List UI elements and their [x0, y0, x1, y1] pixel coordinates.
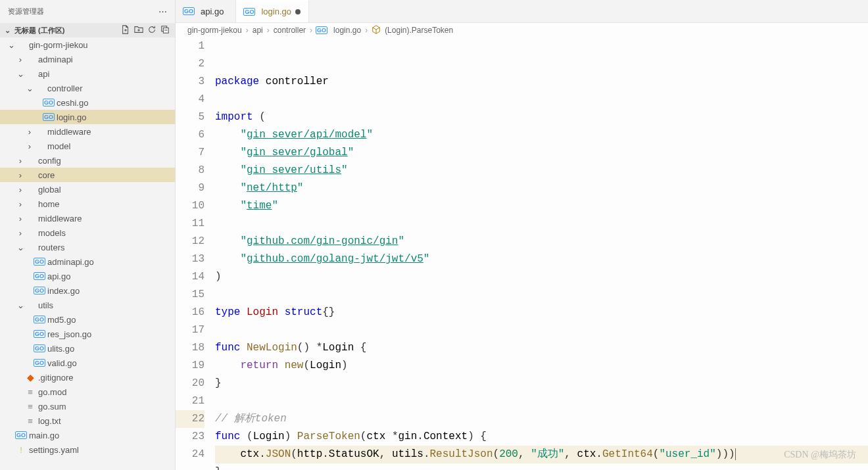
collapse-all-icon[interactable]: [160, 25, 170, 36]
new-folder-icon[interactable]: [134, 25, 143, 36]
line-gutter: 123456789101112131415161718192021222324: [176, 37, 215, 470]
code-content[interactable]: package controllerimport ( "gin_sever/ap…: [215, 37, 868, 470]
code-line[interactable]: "gin_sever/global": [215, 144, 868, 162]
file-item[interactable]: GOadminapi.go: [0, 254, 175, 269]
code-line[interactable]: "github.com/golang-jwt/jwt/v5": [215, 250, 868, 268]
code-line[interactable]: }: [215, 463, 868, 470]
code-line[interactable]: package controller: [215, 73, 868, 91]
chevron-down-icon[interactable]: ⌄: [16, 69, 25, 79]
code-area[interactable]: 123456789101112131415161718192021222324 …: [176, 37, 868, 470]
code-line[interactable]: [215, 215, 868, 233]
code-token: ": [398, 235, 404, 247]
file-item[interactable]: GOvalid.go: [0, 356, 175, 370]
folder-item[interactable]: ›global: [0, 182, 175, 197]
chevron-right-icon[interactable]: ›: [16, 214, 25, 223]
file-item[interactable]: GOlogin.go: [0, 110, 175, 124]
code-line[interactable]: ctx.JSON(http.StatusOK, utils.ResultJson…: [215, 446, 868, 463]
code-token: }: [215, 466, 222, 470]
workspace-header[interactable]: ⌄ 无标题 (工作区): [0, 23, 175, 37]
folder-item[interactable]: ⌄controller: [0, 81, 175, 95]
file-item[interactable]: ≡go.sum: [0, 399, 175, 413]
folder-item[interactable]: ›core: [0, 168, 175, 182]
file-item[interactable]: GOulits.go: [0, 341, 175, 356]
breadcrumb-segment[interactable]: controller: [274, 26, 306, 35]
code-line[interactable]: [215, 392, 868, 410]
chevron-right-icon[interactable]: ›: [16, 170, 25, 180]
breadcrumb-segment[interactable]: gin-gorm-jiekou: [187, 26, 242, 35]
code-token: ctx: [366, 431, 385, 442]
folder-item[interactable]: ›adminapi: [0, 52, 175, 66]
code-token: Login: [247, 306, 278, 318]
tree-item-label: ulits.go: [47, 344, 74, 354]
editor-tab[interactable]: GOapi.go: [176, 0, 236, 22]
code-line[interactable]: "gin_sever/api/model": [215, 126, 868, 144]
code-line[interactable]: }: [215, 375, 868, 392]
chevron-down-icon[interactable]: ⌄: [7, 40, 16, 50]
code-line[interactable]: return new(Login): [215, 357, 868, 375]
folder-item[interactable]: ›home: [0, 197, 175, 211]
chevron-right-icon[interactable]: ›: [16, 185, 25, 195]
file-item[interactable]: GOmain.go: [0, 428, 175, 442]
code-token: [215, 182, 240, 194]
file-item[interactable]: !settings.yaml: [0, 442, 175, 457]
chevron-right-icon[interactable]: ›: [16, 156, 25, 166]
code-line[interactable]: "gin_sever/utils": [215, 162, 868, 179]
code-token: }: [215, 377, 222, 389]
code-line[interactable]: [215, 91, 868, 108]
new-file-icon[interactable]: [121, 25, 130, 36]
file-item[interactable]: GOres_json.go: [0, 327, 175, 341]
folder-item[interactable]: ⌄routers: [0, 240, 175, 254]
folder-item[interactable]: ›middleware: [0, 124, 175, 139]
more-icon[interactable]: ⋯: [158, 7, 167, 16]
code-line[interactable]: type Login struct{}: [215, 304, 868, 321]
code-token: [215, 129, 240, 141]
chevron-right-icon[interactable]: ›: [16, 55, 25, 64]
editor-tab[interactable]: GOlogin.go: [236, 0, 309, 22]
folder-item[interactable]: ⌄utils: [0, 298, 175, 312]
code-line[interactable]: "time": [215, 197, 868, 215]
chevron-right-icon[interactable]: ›: [16, 228, 25, 238]
code-line[interactable]: [215, 321, 868, 339]
code-token: .: [423, 448, 430, 460]
breadcrumb-segment[interactable]: (Login).ParseToken: [385, 26, 453, 35]
code-token: .: [259, 448, 266, 460]
file-item[interactable]: ≡log.txt: [0, 413, 175, 428]
code-token: github.com/gin-gonic/gin: [247, 235, 398, 247]
tree-item-label: ceshi.go: [57, 98, 88, 108]
folder-item[interactable]: ⌄api: [0, 66, 175, 81]
code-line[interactable]: [215, 286, 868, 304]
code-token: return: [240, 360, 284, 371]
code-line[interactable]: import (: [215, 108, 868, 126]
code-line[interactable]: ): [215, 268, 868, 286]
chevron-down-icon[interactable]: ⌄: [25, 83, 34, 93]
folder-item[interactable]: ›config: [0, 153, 175, 168]
file-item[interactable]: GOapi.go: [0, 269, 175, 283]
breadcrumbs[interactable]: gin-gorm-jiekou›api›controller›GOlogin.g…: [176, 23, 868, 37]
code-line[interactable]: "github.com/gin-gonic/gin": [215, 233, 868, 250]
chevron-down-icon[interactable]: ⌄: [16, 243, 25, 252]
code-token: gin_sever/global: [247, 147, 348, 158]
code-line[interactable]: "net/http": [215, 179, 868, 197]
file-item[interactable]: ◆.gitignore: [0, 370, 175, 385]
file-item[interactable]: GOindex.go: [0, 283, 175, 298]
file-item[interactable]: GOmd5.go: [0, 312, 175, 327]
folder-item[interactable]: ›middleware: [0, 211, 175, 225]
file-item[interactable]: GOceshi.go: [0, 95, 175, 110]
code-line[interactable]: // 解析token: [215, 410, 868, 428]
code-token: struct: [278, 306, 322, 318]
code-line[interactable]: func (Login) ParseToken(ctx *gin.Context…: [215, 428, 868, 446]
folder-item[interactable]: ›model: [0, 139, 175, 153]
file-item[interactable]: ≡go.mod: [0, 385, 175, 399]
file-tree: ⌄gin-gorm-jiekou›adminapi⌄api⌄controller…: [0, 37, 175, 470]
chevron-right-icon[interactable]: ›: [16, 199, 25, 209]
code-token: {: [354, 342, 366, 354]
refresh-icon[interactable]: [147, 25, 157, 36]
folder-item[interactable]: ⌄gin-gorm-jiekou: [0, 37, 175, 52]
chevron-right-icon[interactable]: ›: [25, 141, 34, 151]
chevron-down-icon[interactable]: ⌄: [16, 300, 25, 310]
folder-item[interactable]: ›models: [0, 225, 175, 240]
breadcrumb-segment[interactable]: api: [253, 26, 263, 35]
breadcrumb-segment[interactable]: login.go: [333, 26, 361, 35]
chevron-right-icon[interactable]: ›: [25, 127, 34, 137]
code-line[interactable]: func NewLogin() *Login {: [215, 339, 868, 357]
